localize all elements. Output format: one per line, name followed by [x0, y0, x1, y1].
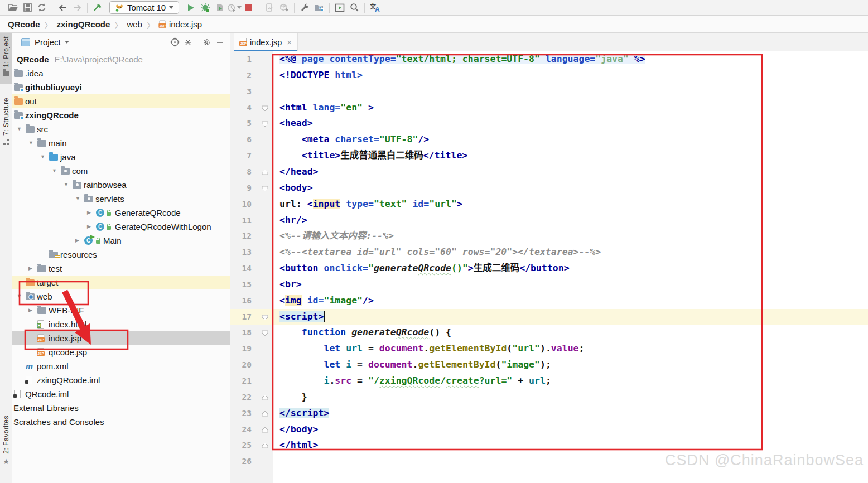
tree-row-zxingqrcode-iml[interactable]: zxingQRcode.iml: [12, 373, 230, 387]
tree-row-index-html[interactable]: Hindex.html: [12, 317, 230, 331]
gutter-line-4[interactable]: 4: [230, 100, 273, 116]
stop-icon[interactable]: [242, 1, 256, 15]
gutter-line-9[interactable]: 9: [230, 180, 273, 196]
expanded-arrow-icon[interactable]: ▼: [64, 178, 69, 192]
code-line-23[interactable]: </script>: [273, 405, 329, 422]
editor-tab-indexjsp[interactable]: JSP index.jsp ×: [234, 33, 298, 51]
deploy-icon[interactable]: [277, 1, 291, 15]
code-line-14[interactable]: <button onclick="generateQRcode()">生成二维码…: [273, 260, 570, 277]
collapsed-arrow-icon[interactable]: ▶: [75, 234, 79, 248]
code-line-19[interactable]: let url = document.getElementById("url")…: [273, 341, 584, 357]
collapse-all-icon[interactable]: [181, 36, 195, 49]
tree-row-generateqrcode[interactable]: ▶CGenerateQRcode: [12, 206, 230, 220]
fold-marker-icon[interactable]: [262, 120, 268, 129]
tree-row-web-inf[interactable]: ▶WEB-INF: [12, 303, 230, 317]
close-tab-icon[interactable]: ×: [287, 37, 292, 47]
tree-row-target[interactable]: target: [12, 276, 230, 289]
expanded-arrow-icon[interactable]: ▼: [75, 192, 80, 206]
gutter-line-21[interactable]: 21: [230, 373, 273, 389]
code-line-13[interactable]: <%--<textarea id="url" cols="60" rows="2…: [273, 244, 601, 260]
code-line-18[interactable]: function generateQRcode() {: [273, 325, 451, 341]
code-line-25[interactable]: </html>: [273, 437, 319, 453]
tree-row-main[interactable]: ▼main: [12, 136, 230, 150]
collapsed-arrow-icon[interactable]: ▶: [28, 262, 32, 276]
code-line-20[interactable]: let i = document.getElementById("image")…: [273, 357, 551, 373]
locate-target-icon[interactable]: [168, 36, 181, 49]
tree-row-scratches-and-consoles[interactable]: Scratches and Consoles: [12, 415, 230, 429]
attach-icon[interactable]: [262, 1, 277, 15]
breadcrumb-item-web[interactable]: web: [127, 20, 142, 29]
fold-marker-icon[interactable]: [262, 329, 268, 338]
fold-marker-icon[interactable]: [262, 168, 268, 177]
code-line-11[interactable]: <hr/>: [273, 212, 307, 229]
search-icon[interactable]: [347, 1, 361, 15]
project-structure-icon[interactable]: [312, 1, 326, 15]
code-line-3[interactable]: [273, 84, 279, 100]
code-line-10[interactable]: url: <input type="text" id="url">: [273, 196, 462, 212]
fold-marker-icon[interactable]: [262, 410, 268, 419]
code-line-24[interactable]: </body>: [273, 422, 319, 438]
code-line-7[interactable]: <title>生成普通黑白二维码</title>: [273, 148, 467, 164]
debug-icon[interactable]: [198, 1, 213, 15]
code-line-17[interactable]: <script>: [273, 309, 325, 325]
code-line-22[interactable]: }: [273, 389, 307, 405]
tree-row-test[interactable]: ▶test: [12, 262, 230, 276]
tree-row--idea[interactable]: .idea: [12, 66, 230, 80]
tree-row-qrcode-jsp[interactable]: JSPqrcode.jsp: [12, 345, 230, 359]
translate-icon[interactable]: 文A: [368, 1, 382, 15]
code-line-8[interactable]: </head>: [273, 164, 319, 180]
tree-row-java[interactable]: ▼java: [12, 150, 230, 164]
tree-row-main[interactable]: ▶CMain: [12, 234, 230, 248]
gutter-line-16[interactable]: 16: [230, 293, 273, 309]
gutter-line-1[interactable]: 1: [230, 51, 273, 67]
save-all-icon[interactable]: [20, 1, 35, 15]
code-line-4[interactable]: <html lang="en" >: [273, 100, 374, 116]
stripe-tab-project[interactable]: 1: Project: [0, 33, 12, 84]
wrench-icon[interactable]: [297, 1, 312, 15]
coverage-icon[interactable]: [213, 1, 227, 15]
code-line-21[interactable]: i.src = "/zxingQRcode/create?url=" + url…: [273, 373, 551, 389]
gutter-line-18[interactable]: 18: [230, 325, 273, 341]
code-line-6[interactable]: <meta charset="UTF-8"/>: [273, 132, 429, 148]
tree-row-gerateqrcodewithlogon[interactable]: ▶CGerateQRcodeWithLogon: [12, 220, 230, 234]
gutter-line-24[interactable]: 24: [230, 422, 273, 438]
collapsed-arrow-icon[interactable]: ▶: [87, 220, 91, 234]
gutter-line-25[interactable]: 25: [230, 437, 273, 453]
tree-row-qrcode[interactable]: QRcodeE:\Java\project\QRcode: [12, 52, 230, 66]
fold-marker-icon[interactable]: [262, 426, 268, 435]
gutter-line-5[interactable]: 5: [230, 115, 273, 132]
gutter-line-19[interactable]: 19: [230, 341, 273, 357]
stripe-tab-favorites[interactable]: 2: Favorites ★: [0, 412, 12, 476]
fold-marker-icon[interactable]: [262, 185, 268, 194]
tree-row-resources[interactable]: resources: [12, 248, 230, 262]
gutter-line-20[interactable]: 20: [230, 357, 273, 373]
tree-row-qrcode-iml[interactable]: QRcode.iml: [12, 387, 230, 401]
forward-icon[interactable]: [70, 1, 84, 15]
hide-panel-icon[interactable]: [213, 36, 226, 49]
breadcrumb-item-qrcode[interactable]: QRcode: [8, 20, 40, 29]
tree-row-zxingqrcode[interactable]: zxingQRcode: [12, 108, 230, 122]
code-line-5[interactable]: <head>: [273, 115, 313, 132]
run-icon[interactable]: [184, 1, 198, 15]
expanded-arrow-icon[interactable]: ▼: [17, 289, 22, 303]
run-config-selector[interactable]: Tomcat 10: [109, 1, 179, 14]
gutter-line-26[interactable]: 26: [230, 453, 273, 470]
code-line-12[interactable]: <%--请输入文本内容:--%>: [273, 228, 394, 244]
run-window-icon[interactable]: [332, 1, 347, 15]
gutter-line-7[interactable]: 7: [230, 148, 273, 164]
expanded-arrow-icon[interactable]: ▼: [52, 164, 57, 178]
collapsed-arrow-icon[interactable]: ▶: [28, 303, 32, 317]
gutter-line-13[interactable]: 13: [230, 244, 273, 260]
fold-marker-icon[interactable]: [262, 394, 268, 403]
tree-row-src[interactable]: ▼src: [12, 122, 230, 136]
tree-row-com[interactable]: ▼com: [12, 164, 230, 178]
back-icon[interactable]: [55, 1, 70, 15]
tree-row-githubliuyueyi[interactable]: githubliuyueyi: [12, 80, 230, 94]
breadcrumb-item-index-jsp[interactable]: JSPindex.jsp: [159, 20, 202, 29]
tree-row-external-libraries[interactable]: External Libraries: [12, 401, 230, 415]
open-project-icon[interactable]: [6, 1, 20, 15]
sync-icon[interactable]: [35, 1, 49, 15]
tree-row-web[interactable]: ▼web: [12, 289, 230, 303]
code-line-26[interactable]: [273, 453, 279, 470]
build-hammer-icon[interactable]: [90, 1, 105, 15]
